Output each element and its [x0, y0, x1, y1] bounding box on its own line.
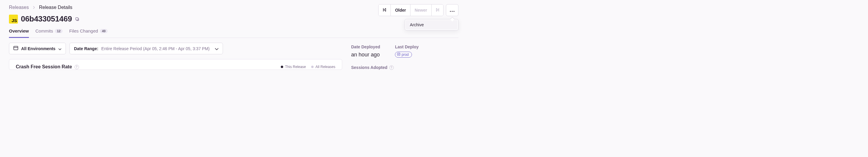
legend-dot-icon [281, 66, 283, 68]
chevron-down-icon [215, 46, 218, 51]
date-range-filter[interactable]: Date Range: Entire Release Period (Apr 0… [69, 43, 223, 54]
breadcrumb-current: Release Details [39, 5, 72, 10]
skip-last-icon [435, 8, 440, 13]
tab-commits[interactable]: Commits 12 [35, 28, 63, 38]
env-badge-label: prod [402, 53, 409, 57]
tabs: Overview Commits 12 Files Changed 49 [9, 28, 459, 38]
stat-label: Sessions Adopted [351, 65, 388, 70]
breadcrumb-parent[interactable]: Releases [9, 5, 29, 10]
files-count-badge: 49 [100, 29, 107, 33]
environment-filter[interactable]: All Environments [9, 43, 66, 54]
tab-label: Commits [35, 28, 53, 33]
svg-point-2 [452, 11, 453, 11]
environment-filter-label: All Environments [21, 46, 56, 51]
stat-value: an hour ago [351, 52, 380, 58]
chevron-down-icon [58, 46, 61, 51]
date-deployed-stat: Date Deployed an hour ago [351, 45, 380, 58]
more-actions-button[interactable] [446, 4, 459, 16]
svg-point-3 [454, 11, 454, 11]
external-link-icon [397, 53, 400, 57]
commits-count-badge: 12 [55, 29, 63, 33]
legend-dot-icon [311, 66, 314, 68]
environment-badge[interactable]: prod [395, 52, 412, 58]
crash-free-panel: Crash Free Session Rate ? This Release A… [9, 59, 342, 70]
date-range-label: Date Range: [74, 46, 98, 51]
skip-first-icon [382, 8, 386, 13]
sessions-adopted-stat: Sessions Adopted ? [351, 65, 459, 70]
stat-label: Date Deployed [351, 45, 380, 49]
last-button [431, 4, 443, 16]
help-icon[interactable]: ? [389, 66, 394, 70]
tab-label: Files Changed [69, 28, 98, 33]
chevron-right-icon [32, 5, 35, 10]
ellipsis-icon [450, 7, 455, 14]
tab-overview[interactable]: Overview [9, 28, 29, 38]
legend-label: This Release [285, 65, 306, 69]
legend-label: All Releases [315, 65, 335, 69]
legend-this-release[interactable]: This Release [281, 65, 306, 69]
first-button[interactable] [378, 4, 391, 16]
tab-label: Overview [9, 28, 29, 33]
date-range-value: Entire Release Period (Apr 05, 2:46 PM -… [101, 46, 210, 51]
release-id: 06b433051469 [21, 14, 72, 24]
legend-all-releases[interactable]: All Releases [311, 65, 335, 69]
archive-action[interactable]: Archive [406, 20, 458, 30]
panel-title: Crash Free Session Rate [16, 64, 72, 70]
svg-point-1 [450, 11, 451, 11]
svg-rect-0 [76, 18, 78, 20]
older-button[interactable]: Older [391, 4, 410, 16]
svg-rect-4 [14, 46, 18, 50]
tab-files-changed[interactable]: Files Changed 49 [69, 28, 107, 38]
copy-icon[interactable] [75, 17, 80, 22]
stat-label: Last Deploy [395, 45, 418, 49]
pager: Older Newer [378, 4, 443, 16]
help-icon[interactable]: ? [74, 65, 79, 69]
more-actions-dropdown: Archive [405, 19, 459, 30]
newer-button: Newer [410, 4, 431, 16]
platform-badge-js: JS [9, 15, 18, 24]
window-icon [13, 46, 18, 51]
last-deploy-stat: Last Deploy prod [395, 45, 418, 58]
